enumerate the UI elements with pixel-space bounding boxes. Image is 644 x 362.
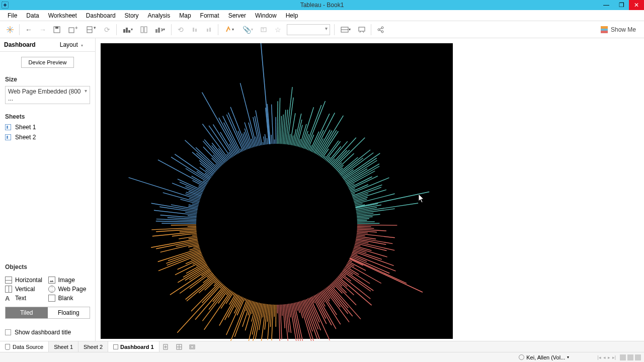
tile-float-toggle[interactable]: Tiled Floating	[5, 307, 90, 319]
svg-rect-14	[141, 27, 143, 33]
svg-line-297	[192, 235, 197, 235]
tab-sheet-2[interactable]: Sheet 2	[78, 341, 108, 352]
svg-line-97	[348, 184, 355, 188]
view-mode-2[interactable]	[627, 354, 633, 360]
group-button[interactable]: ⟲	[174, 23, 188, 36]
text-icon	[5, 295, 12, 302]
labels-button[interactable]: T	[257, 23, 271, 36]
vertical-icon	[5, 286, 12, 293]
user-menu[interactable]: Kei, Allen (Vol... ▾	[519, 354, 569, 360]
pin-button[interactable]: 📎▾	[238, 23, 257, 36]
menu-server[interactable]: Server	[224, 11, 251, 20]
svg-line-35	[277, 101, 278, 144]
tableau-logo-button[interactable]	[3, 23, 17, 36]
dashboard-canvas[interactable]	[101, 43, 453, 339]
swap-button[interactable]: ▾	[119, 23, 137, 36]
view-mode-1[interactable]	[620, 354, 626, 360]
new-dashboard-tab-button[interactable]	[173, 341, 186, 352]
svg-line-216	[274, 305, 275, 317]
sort-desc-button[interactable]: ✖▾	[151, 23, 169, 36]
menu-window[interactable]: Window	[251, 11, 281, 20]
svg-line-305	[162, 223, 196, 224]
image-icon	[48, 277, 55, 284]
menu-dashboard[interactable]: Dashboard	[82, 11, 120, 20]
svg-rect-19	[193, 28, 194, 32]
show-me-button[interactable]: Show Me	[596, 26, 641, 33]
app-icon	[2, 2, 9, 9]
menu-format[interactable]: Format	[196, 11, 224, 20]
menu-story[interactable]: Story	[120, 11, 143, 20]
tab-sheet-1[interactable]: Sheet 1	[49, 341, 78, 352]
tab-data-source[interactable]: Data Source	[0, 341, 49, 352]
device-preview-button[interactable]: Device Preview	[21, 57, 74, 68]
svg-line-312	[185, 212, 197, 214]
sheet-item-2[interactable]: Sheet 2	[5, 132, 90, 142]
presentation-mode-button[interactable]	[355, 23, 369, 36]
svg-line-139	[355, 244, 361, 246]
svg-line-284	[167, 252, 201, 265]
new-data-source-button[interactable]: +	[64, 23, 82, 36]
svg-line-296	[179, 236, 197, 239]
maximize-button[interactable]: ❐	[614, 0, 629, 10]
refresh-button[interactable]: ⟳	[100, 23, 114, 36]
svg-line-192	[307, 299, 320, 330]
menu-map[interactable]: Map	[175, 11, 195, 20]
svg-line-165	[338, 277, 372, 305]
star-button[interactable]: ☆	[271, 23, 285, 36]
sidebar-tab-dashboard[interactable]: Dashboard	[0, 38, 48, 51]
nav-buttons[interactable]: |◂◂▸▸|	[597, 355, 616, 360]
highlight-button[interactable]: ▾	[220, 23, 238, 36]
floating-button[interactable]: Floating	[48, 307, 90, 318]
menu-worksheet[interactable]: Worksheet	[44, 11, 82, 20]
tab-dashboard-1[interactable]: Dashboard 1	[108, 341, 159, 352]
svg-line-110	[355, 194, 395, 204]
size-dropdown[interactable]: Web Page Embedded (800 ...	[5, 86, 90, 104]
blank-icon	[48, 295, 55, 302]
fit-dropdown[interactable]	[287, 24, 330, 35]
svg-line-244	[219, 294, 237, 325]
svg-line-288	[190, 247, 200, 250]
tiled-button[interactable]: Tiled	[6, 307, 48, 318]
redo-button[interactable]: →	[36, 23, 50, 36]
svg-line-221	[265, 304, 268, 330]
svg-line-40	[284, 110, 288, 144]
object-vertical[interactable]: Vertical	[5, 286, 47, 293]
svg-line-122	[357, 220, 367, 221]
svg-rect-5	[55, 27, 58, 29]
object-text[interactable]: Text	[5, 295, 47, 302]
svg-line-237	[245, 299, 246, 301]
menu-data[interactable]: Data	[22, 11, 43, 20]
object-blank[interactable]: Blank	[48, 295, 91, 302]
worksheet-icon	[5, 124, 11, 130]
svg-line-123	[357, 222, 375, 222]
svg-line-394	[276, 117, 276, 144]
fit-width-button[interactable]: ▾	[337, 23, 355, 36]
show-mark-labels-button[interactable]	[188, 23, 202, 36]
close-button[interactable]: ✕	[629, 0, 644, 10]
svg-line-186	[315, 295, 332, 325]
sidebar-tab-layout[interactable]: Layout	[48, 38, 96, 51]
object-horizontal[interactable]: Horizontal	[5, 277, 47, 284]
object-image[interactable]: Image	[48, 277, 91, 284]
sheet-item-1[interactable]: Sheet 1	[5, 122, 90, 132]
dashboard-sidebar: Dashboard Layout Device Preview Size Web…	[0, 38, 96, 341]
view-mode-3[interactable]	[635, 354, 641, 360]
share-button[interactable]	[373, 23, 387, 36]
svg-line-161	[342, 272, 346, 276]
new-worksheet-tab-button[interactable]	[159, 341, 173, 352]
menu-analysis[interactable]: Analysis	[143, 11, 175, 20]
menu-file[interactable]: File	[3, 11, 22, 20]
svg-line-359	[226, 154, 230, 158]
new-story-tab-button[interactable]	[186, 341, 199, 352]
undo-button[interactable]: ←	[22, 23, 36, 36]
totals-button[interactable]	[202, 23, 216, 36]
menu-help[interactable]: Help	[281, 11, 303, 20]
svg-line-130	[357, 232, 368, 233]
save-button[interactable]	[50, 23, 64, 36]
object-webpage[interactable]: Web Page	[48, 286, 91, 293]
new-worksheet-button[interactable]: ▾	[82, 23, 100, 36]
svg-line-261	[214, 280, 218, 284]
sort-asc-button[interactable]	[137, 23, 151, 36]
minimize-button[interactable]: —	[599, 0, 614, 10]
show-title-checkbox[interactable]	[5, 329, 11, 335]
